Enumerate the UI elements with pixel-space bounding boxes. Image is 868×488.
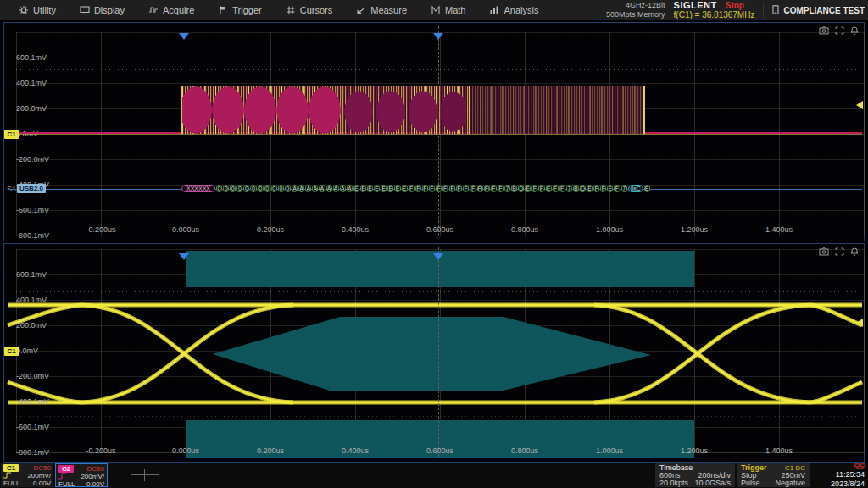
decode-bubble: D	[580, 185, 586, 192]
decode-bubble: A	[333, 185, 339, 192]
plot-toolbar	[819, 26, 859, 35]
c1-channel-badge[interactable]: C1	[4, 130, 19, 139]
eye-diagram-canvas	[4, 244, 864, 462]
compliance-test-button[interactable]: COMPLIANCE TEST	[763, 3, 865, 18]
menu-item-utility[interactable]: Utility	[7, 0, 68, 20]
decode-bubble: E	[525, 185, 531, 192]
y-axis-tick-label: 400.1mV	[16, 295, 47, 305]
timebase-box[interactable]: Timebase 600ns 200ns/div 20.0kpts 10.0GS…	[655, 463, 735, 487]
trigger-position-marker[interactable]	[433, 253, 443, 260]
decode-bubble: F	[415, 185, 421, 192]
decode-bubble: F	[449, 185, 455, 192]
horizontal-reference-marker[interactable]	[179, 253, 189, 260]
brand-block: SIGLENT Stop f(C1) = 36.81367MHz	[674, 1, 755, 19]
camera-icon[interactable]	[819, 26, 829, 35]
decode-bubble: 0	[285, 185, 291, 192]
c1-scale: 200mV/	[27, 472, 51, 480]
trigger-type: Pulse	[741, 480, 760, 487]
decode-bubble: 0	[223, 185, 229, 192]
memory-label: 500Mpts Memory	[606, 10, 665, 19]
run-state-indicator: Stop	[726, 1, 744, 10]
usb2-protocol-chip[interactable]: USB2.0	[17, 184, 46, 193]
waveform-plot[interactable]: 600.1mV400.1mV200.0mV0.0mV-200.0mV-400.1…	[3, 22, 865, 241]
x-axis-tick-label: 1.000us	[582, 446, 637, 456]
menu-item-label: Trigger	[232, 5, 261, 15]
c2-coupling: DC50	[87, 465, 104, 473]
trigger-slope: Negative	[775, 480, 805, 487]
clock-time: 11:25:34	[836, 470, 865, 479]
menu-item-acquire[interactable]: Acquire	[136, 0, 206, 20]
flag-icon	[218, 5, 228, 15]
x-axis-tick-label: 0.600us	[413, 446, 467, 456]
y-axis-tick-label: 200.0mV	[16, 103, 47, 114]
y-axis-tick-label: -800.1mV	[16, 447, 49, 458]
camera-icon[interactable]	[819, 247, 829, 256]
decode-bubble: A	[292, 185, 298, 192]
minor-tick-row	[16, 197, 864, 197]
decode-bubble: 0	[258, 185, 264, 192]
x-axis-tick-label: 1.400us	[752, 225, 806, 235]
x-axis-tick-label: -0.200us	[74, 446, 128, 456]
decode-bubble: F	[593, 185, 599, 192]
acquisition-info: 4GHz-12Bit 500Mpts Memory	[606, 1, 665, 19]
decode-bubble: 0	[278, 185, 284, 192]
trigger-position-marker[interactable]	[433, 33, 443, 40]
bandwidth-label: 4GHz-12Bit	[606, 1, 665, 10]
expand-icon[interactable]	[835, 26, 844, 35]
menu-item-label: Analysis	[504, 5, 538, 15]
decode-bubble: FF	[484, 185, 490, 192]
waveform-grid	[16, 32, 865, 236]
decode-bubble: 7	[566, 185, 572, 192]
plus-icon	[131, 474, 159, 475]
decode-bubble: 0	[230, 185, 236, 192]
x-axis-tick-label: 0.200us	[243, 225, 298, 235]
menu-item-trigger[interactable]: Trigger	[206, 0, 273, 20]
c2-bandwidth: FULL	[58, 480, 75, 488]
decode-bubble: A	[347, 185, 353, 192]
c1-channel-badge[interactable]: C1	[4, 347, 19, 356]
decode-bubble: 0	[271, 185, 277, 192]
compliance-test-label: COMPLIANCE TEST	[783, 6, 865, 15]
channel-box-c1[interactable]: C1 DC50 200mV/ FULL 0.00V	[1, 463, 53, 487]
decode-bubble: E	[546, 185, 552, 192]
bell-icon[interactable]	[850, 247, 859, 256]
decode-bubble: E	[607, 185, 613, 192]
menu-item-math[interactable]: Math	[419, 0, 477, 20]
status-bar-right: Timebase 600ns 200ns/div 20.0kpts 10.0GS…	[654, 463, 868, 488]
menu-items: UtilityDisplayAcquireTriggerCursorsMeasu…	[0, 0, 550, 20]
menu-item-label: Measure	[370, 5, 407, 15]
measure-icon	[356, 5, 366, 15]
bell-icon[interactable]	[850, 26, 859, 35]
menu-item-display[interactable]: Display	[68, 0, 136, 20]
y-axis-tick-label: 600.1mV	[16, 53, 47, 63]
plus-icon	[144, 469, 145, 481]
decode-bubble: E	[381, 185, 387, 192]
add-channel-button[interactable]	[129, 463, 163, 488]
trigger-level-marker[interactable]	[856, 101, 863, 109]
y-axis-tick-label: 0.0mV	[16, 346, 38, 356]
y-axis-tick-label: -200.0mV	[16, 371, 49, 381]
channel-box-c2[interactable]: C2 DC50 200mV/ FULL 0.00V	[55, 463, 108, 487]
trigger-level-marker[interactable]	[856, 319, 863, 327]
decode-bubble: FF	[463, 185, 469, 192]
minor-tick-row	[16, 69, 864, 70]
y-axis-tick-label: -800.1mV	[16, 230, 49, 241]
display-icon	[80, 5, 90, 15]
y-axis-tick-label: 600.1mV	[16, 269, 47, 280]
device-icon	[772, 5, 779, 16]
eye-diagram-plot[interactable]: 600.1mV400.1mV200.0mV0.0mV-200.0mV-400.1…	[3, 243, 865, 463]
x-axis-tick-label: 0.800us	[498, 225, 552, 235]
decode-bubble: B	[511, 185, 517, 192]
menu-item-cursors[interactable]: Cursors	[274, 0, 345, 20]
trigger-box[interactable]: Trigger C1 DC Stop 250mV Pulse Negative	[737, 463, 810, 487]
expand-icon[interactable]	[835, 247, 844, 256]
hash-icon	[286, 5, 296, 15]
menu-item-analysis[interactable]: Analysis	[477, 0, 550, 20]
menu-item-measure[interactable]: Measure	[344, 0, 419, 20]
x-axis-tick-label: 0.400us	[328, 446, 382, 456]
c1-coupling: DC50	[34, 464, 51, 472]
x-axis-tick-label: 1.200us	[667, 225, 721, 235]
decode-bubble: F	[409, 185, 415, 192]
horizontal-reference-marker[interactable]	[179, 33, 189, 40]
x-axis-tick-label: 0.400us	[328, 225, 382, 235]
